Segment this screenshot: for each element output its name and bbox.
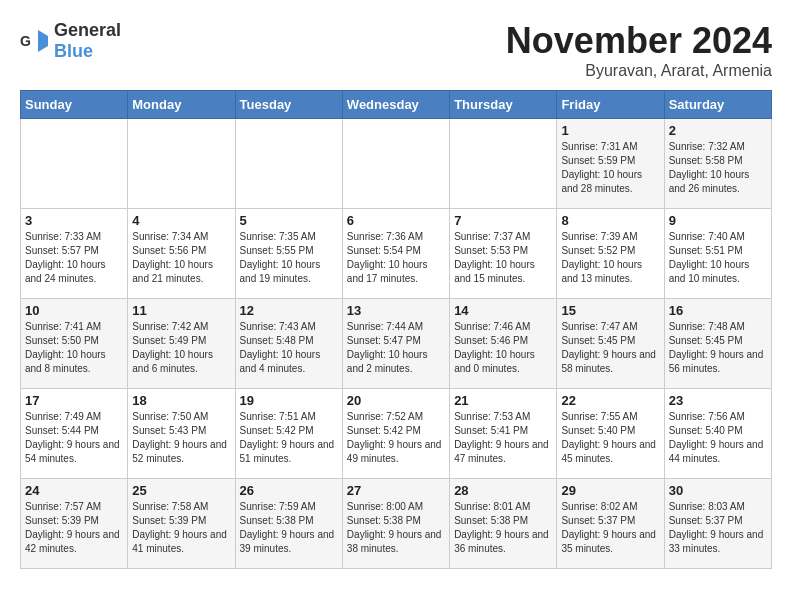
day-info: Sunrise: 8:03 AM Sunset: 5:37 PM Dayligh… — [669, 500, 767, 556]
day-info: Sunrise: 7:37 AM Sunset: 5:53 PM Dayligh… — [454, 230, 552, 286]
calendar-cell: 25Sunrise: 7:58 AM Sunset: 5:39 PM Dayli… — [128, 479, 235, 569]
day-number: 30 — [669, 483, 767, 498]
calendar-cell: 27Sunrise: 8:00 AM Sunset: 5:38 PM Dayli… — [342, 479, 449, 569]
day-number: 22 — [561, 393, 659, 408]
logo: G General Blue — [20, 20, 121, 62]
title-area: November 2024 Byuravan, Ararat, Armenia — [506, 20, 772, 80]
svg-marker-1 — [38, 30, 48, 52]
day-number: 15 — [561, 303, 659, 318]
calendar-cell: 1Sunrise: 7:31 AM Sunset: 5:59 PM Daylig… — [557, 119, 664, 209]
logo-general: General Blue — [54, 20, 121, 62]
day-number: 12 — [240, 303, 338, 318]
day-info: Sunrise: 7:56 AM Sunset: 5:40 PM Dayligh… — [669, 410, 767, 466]
day-number: 8 — [561, 213, 659, 228]
day-number: 14 — [454, 303, 552, 318]
calendar-cell: 16Sunrise: 7:48 AM Sunset: 5:45 PM Dayli… — [664, 299, 771, 389]
day-number: 3 — [25, 213, 123, 228]
calendar-cell: 15Sunrise: 7:47 AM Sunset: 5:45 PM Dayli… — [557, 299, 664, 389]
calendar-cell: 4Sunrise: 7:34 AM Sunset: 5:56 PM Daylig… — [128, 209, 235, 299]
weekday-tuesday: Tuesday — [235, 91, 342, 119]
calendar-cell — [235, 119, 342, 209]
calendar-cell: 20Sunrise: 7:52 AM Sunset: 5:42 PM Dayli… — [342, 389, 449, 479]
day-number: 17 — [25, 393, 123, 408]
day-number: 21 — [454, 393, 552, 408]
weekday-thursday: Thursday — [450, 91, 557, 119]
day-info: Sunrise: 7:51 AM Sunset: 5:42 PM Dayligh… — [240, 410, 338, 466]
calendar-cell: 10Sunrise: 7:41 AM Sunset: 5:50 PM Dayli… — [21, 299, 128, 389]
calendar-cell: 12Sunrise: 7:43 AM Sunset: 5:48 PM Dayli… — [235, 299, 342, 389]
day-info: Sunrise: 8:02 AM Sunset: 5:37 PM Dayligh… — [561, 500, 659, 556]
day-info: Sunrise: 7:43 AM Sunset: 5:48 PM Dayligh… — [240, 320, 338, 376]
day-info: Sunrise: 7:57 AM Sunset: 5:39 PM Dayligh… — [25, 500, 123, 556]
weekday-wednesday: Wednesday — [342, 91, 449, 119]
calendar-table: SundayMondayTuesdayWednesdayThursdayFrid… — [20, 90, 772, 569]
day-info: Sunrise: 7:39 AM Sunset: 5:52 PM Dayligh… — [561, 230, 659, 286]
day-info: Sunrise: 7:31 AM Sunset: 5:59 PM Dayligh… — [561, 140, 659, 196]
weekday-sunday: Sunday — [21, 91, 128, 119]
calendar-cell: 21Sunrise: 7:53 AM Sunset: 5:41 PM Dayli… — [450, 389, 557, 479]
week-row-4: 17Sunrise: 7:49 AM Sunset: 5:44 PM Dayli… — [21, 389, 772, 479]
calendar-cell: 22Sunrise: 7:55 AM Sunset: 5:40 PM Dayli… — [557, 389, 664, 479]
month-title: November 2024 — [506, 20, 772, 62]
day-info: Sunrise: 7:50 AM Sunset: 5:43 PM Dayligh… — [132, 410, 230, 466]
calendar-cell — [128, 119, 235, 209]
calendar-cell: 29Sunrise: 8:02 AM Sunset: 5:37 PM Dayli… — [557, 479, 664, 569]
calendar-cell: 23Sunrise: 7:56 AM Sunset: 5:40 PM Dayli… — [664, 389, 771, 479]
calendar-cell: 30Sunrise: 8:03 AM Sunset: 5:37 PM Dayli… — [664, 479, 771, 569]
day-number: 29 — [561, 483, 659, 498]
location-title: Byuravan, Ararat, Armenia — [506, 62, 772, 80]
weekday-friday: Friday — [557, 91, 664, 119]
day-info: Sunrise: 7:52 AM Sunset: 5:42 PM Dayligh… — [347, 410, 445, 466]
calendar-cell — [342, 119, 449, 209]
day-info: Sunrise: 7:53 AM Sunset: 5:41 PM Dayligh… — [454, 410, 552, 466]
weekday-header-row: SundayMondayTuesdayWednesdayThursdayFrid… — [21, 91, 772, 119]
day-info: Sunrise: 7:47 AM Sunset: 5:45 PM Dayligh… — [561, 320, 659, 376]
day-number: 25 — [132, 483, 230, 498]
calendar-cell: 2Sunrise: 7:32 AM Sunset: 5:58 PM Daylig… — [664, 119, 771, 209]
calendar-cell: 11Sunrise: 7:42 AM Sunset: 5:49 PM Dayli… — [128, 299, 235, 389]
day-info: Sunrise: 7:48 AM Sunset: 5:45 PM Dayligh… — [669, 320, 767, 376]
day-info: Sunrise: 7:59 AM Sunset: 5:38 PM Dayligh… — [240, 500, 338, 556]
day-number: 20 — [347, 393, 445, 408]
header: G General Blue November 2024 Byuravan, A… — [20, 20, 772, 80]
day-number: 28 — [454, 483, 552, 498]
calendar-cell: 6Sunrise: 7:36 AM Sunset: 5:54 PM Daylig… — [342, 209, 449, 299]
day-info: Sunrise: 8:01 AM Sunset: 5:38 PM Dayligh… — [454, 500, 552, 556]
day-info: Sunrise: 7:40 AM Sunset: 5:51 PM Dayligh… — [669, 230, 767, 286]
week-row-5: 24Sunrise: 7:57 AM Sunset: 5:39 PM Dayli… — [21, 479, 772, 569]
calendar-cell: 14Sunrise: 7:46 AM Sunset: 5:46 PM Dayli… — [450, 299, 557, 389]
calendar-cell: 19Sunrise: 7:51 AM Sunset: 5:42 PM Dayli… — [235, 389, 342, 479]
day-info: Sunrise: 7:46 AM Sunset: 5:46 PM Dayligh… — [454, 320, 552, 376]
day-number: 26 — [240, 483, 338, 498]
day-info: Sunrise: 7:33 AM Sunset: 5:57 PM Dayligh… — [25, 230, 123, 286]
calendar-cell: 24Sunrise: 7:57 AM Sunset: 5:39 PM Dayli… — [21, 479, 128, 569]
day-info: Sunrise: 7:32 AM Sunset: 5:58 PM Dayligh… — [669, 140, 767, 196]
day-number: 16 — [669, 303, 767, 318]
calendar-cell: 13Sunrise: 7:44 AM Sunset: 5:47 PM Dayli… — [342, 299, 449, 389]
calendar-cell: 9Sunrise: 7:40 AM Sunset: 5:51 PM Daylig… — [664, 209, 771, 299]
calendar-cell — [21, 119, 128, 209]
day-info: Sunrise: 7:49 AM Sunset: 5:44 PM Dayligh… — [25, 410, 123, 466]
day-number: 23 — [669, 393, 767, 408]
day-number: 24 — [25, 483, 123, 498]
calendar-cell: 18Sunrise: 7:50 AM Sunset: 5:43 PM Dayli… — [128, 389, 235, 479]
day-number: 13 — [347, 303, 445, 318]
logo-icon: G — [20, 26, 50, 56]
week-row-1: 1Sunrise: 7:31 AM Sunset: 5:59 PM Daylig… — [21, 119, 772, 209]
week-row-2: 3Sunrise: 7:33 AM Sunset: 5:57 PM Daylig… — [21, 209, 772, 299]
day-number: 11 — [132, 303, 230, 318]
calendar-cell: 8Sunrise: 7:39 AM Sunset: 5:52 PM Daylig… — [557, 209, 664, 299]
calendar-cell: 5Sunrise: 7:35 AM Sunset: 5:55 PM Daylig… — [235, 209, 342, 299]
day-info: Sunrise: 7:42 AM Sunset: 5:49 PM Dayligh… — [132, 320, 230, 376]
calendar-cell — [450, 119, 557, 209]
day-number: 27 — [347, 483, 445, 498]
day-info: Sunrise: 8:00 AM Sunset: 5:38 PM Dayligh… — [347, 500, 445, 556]
day-info: Sunrise: 7:44 AM Sunset: 5:47 PM Dayligh… — [347, 320, 445, 376]
day-number: 9 — [669, 213, 767, 228]
calendar-cell: 28Sunrise: 8:01 AM Sunset: 5:38 PM Dayli… — [450, 479, 557, 569]
day-info: Sunrise: 7:41 AM Sunset: 5:50 PM Dayligh… — [25, 320, 123, 376]
day-number: 19 — [240, 393, 338, 408]
day-number: 10 — [25, 303, 123, 318]
weekday-saturday: Saturday — [664, 91, 771, 119]
day-number: 18 — [132, 393, 230, 408]
